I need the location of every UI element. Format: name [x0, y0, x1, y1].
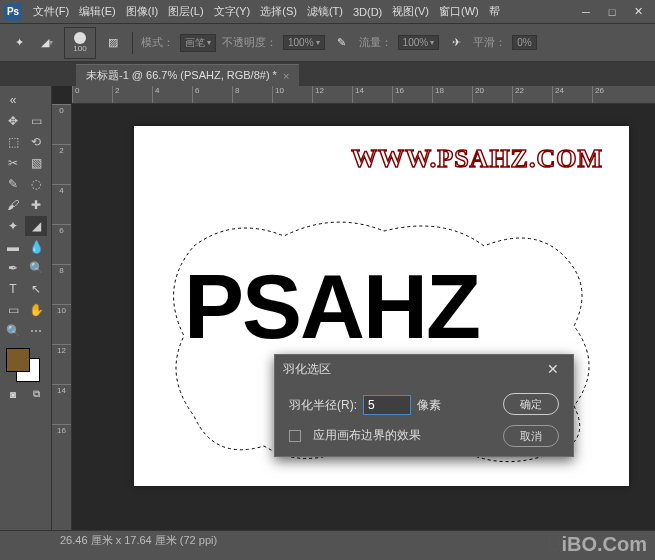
tab-title: 未标题-1 @ 66.7% (PSAHZ, RGB/8#) * [86, 68, 277, 83]
extra-tool[interactable]: ⋯ [25, 321, 47, 341]
dodge-tool[interactable]: 🔍 [25, 258, 47, 278]
menu-view[interactable]: 视图(V) [387, 4, 434, 19]
document-tabs: 未标题-1 @ 66.7% (PSAHZ, RGB/8#) * × [0, 62, 655, 86]
opacity-field[interactable]: 100%▾ [283, 35, 325, 50]
radius-unit: 像素 [417, 397, 441, 414]
feather-dialog: 羽化选区 ✕ 羽化半径(R): 像素 应用画布边界的效果 确定 取消 [274, 354, 574, 457]
ok-button[interactable]: 确定 [503, 393, 559, 415]
cancel-button[interactable]: 取消 [503, 425, 559, 447]
eraser-icon[interactable]: ◢▾ [36, 32, 58, 54]
current-tool-icon[interactable]: ✦ [8, 32, 30, 54]
close-button[interactable]: ✕ [625, 2, 651, 22]
tab-close-icon[interactable]: × [283, 70, 289, 82]
menu-filter[interactable]: 滤镜(T) [302, 4, 348, 19]
frame-tool[interactable]: ▧ [25, 153, 47, 173]
dialog-close-button[interactable]: ✕ [541, 357, 565, 381]
menu-edit[interactable]: 编辑(E) [74, 4, 121, 19]
brush-size-value: 100 [73, 44, 86, 53]
airbrush-icon[interactable]: ✈ [445, 32, 467, 54]
mode-select[interactable]: 画笔▾ [180, 34, 216, 52]
canvas-text: PSAHZ [184, 256, 479, 359]
menu-image[interactable]: 图像(I) [121, 4, 163, 19]
opacity-label: 不透明度： [222, 35, 277, 50]
brush-dot-icon [74, 32, 86, 44]
dialog-titlebar[interactable]: 羽化选区 ✕ [275, 355, 573, 383]
screenmode-icon[interactable]: ⧉ [25, 385, 47, 403]
path-tool[interactable]: ↖ [25, 279, 47, 299]
brand-watermark: UiBO.Com [547, 533, 647, 556]
eraser-tool[interactable]: ◢ [25, 216, 47, 236]
radius-input[interactable] [363, 395, 411, 415]
brush-preset[interactable]: 100 [64, 27, 96, 59]
menubar: Ps 文件(F) 编辑(E) 图像(I) 图层(L) 文字(Y) 选择(S) 滤… [0, 0, 655, 24]
dialog-title-text: 羽化选区 [283, 361, 331, 378]
app-logo: Ps [4, 3, 22, 21]
hand-tool[interactable]: ✋ [25, 300, 47, 320]
minimize-button[interactable]: ─ [573, 2, 599, 22]
menu-type[interactable]: 文字(Y) [209, 4, 256, 19]
document-tab[interactable]: 未标题-1 @ 66.7% (PSAHZ, RGB/8#) * × [76, 64, 299, 86]
canvas-area: 02468101214161820222426 0246810121416 WW… [52, 86, 655, 530]
color-swatch[interactable] [2, 348, 46, 384]
menu-3d[interactable]: 3D(D) [348, 6, 387, 18]
menu-window[interactable]: 窗口(W) [434, 4, 484, 19]
smooth-label: 平滑： [473, 35, 506, 50]
ruler-vertical[interactable]: 0246810121416 [52, 104, 72, 530]
flow-label: 流量： [359, 35, 392, 50]
lasso-tool[interactable]: ⟲ [25, 132, 47, 152]
zoom-tool[interactable]: 🔍 [2, 321, 24, 341]
gradient-tool[interactable]: ▬ [2, 237, 24, 257]
artboard-tool[interactable]: ▭ [25, 111, 47, 131]
checkbox-label: 应用画布边界的效果 [313, 427, 421, 444]
menu-layer[interactable]: 图层(L) [163, 4, 208, 19]
type-tool[interactable]: T [2, 279, 24, 299]
collapse-icon[interactable]: « [2, 90, 24, 110]
crop-tool[interactable]: ✂ [2, 153, 24, 173]
pen-tool[interactable]: ✒ [2, 258, 24, 278]
quickmask-icon[interactable]: ◙ [2, 385, 24, 403]
eyedropper-tool[interactable]: ✎ [2, 174, 24, 194]
selection-tool[interactable]: ◌ [25, 174, 47, 194]
status-text: 26.46 厘米 x 17.64 厘米 (72 ppi) [60, 533, 217, 548]
flow-field[interactable]: 100%▾ [398, 35, 440, 50]
toolbox: « ✥ ▭ ⬚ ⟲ ✂ ▧ ✎ ◌ 🖌 ✚ ✦ ◢ ▬ 💧 ✒ 🔍 T ↖ ▭ … [0, 86, 52, 530]
pressure-opacity-icon[interactable]: ✎ [331, 32, 353, 54]
ruler-horizontal[interactable]: 02468101214161820222426 [72, 86, 655, 104]
healing-tool[interactable]: ✚ [25, 195, 47, 215]
menu-help[interactable]: 帮 [484, 4, 505, 19]
shape-tool[interactable]: ▭ [2, 300, 24, 320]
move-tool[interactable]: ✥ [2, 111, 24, 131]
maximize-button[interactable]: □ [599, 2, 625, 22]
radius-label: 羽化半径(R): [289, 397, 357, 414]
fg-color[interactable] [6, 348, 30, 372]
smooth-field[interactable]: 0% [512, 35, 536, 50]
brush-panel-icon[interactable]: ▨ [102, 32, 124, 54]
brush-tool[interactable]: 🖌 [2, 195, 24, 215]
apply-canvas-checkbox[interactable] [289, 430, 301, 442]
blur-tool[interactable]: 💧 [25, 237, 47, 257]
watermark-text: WWW.PSAHZ.COM [351, 144, 603, 174]
options-bar: ✦ ◢▾ 100 ▨ 模式： 画笔▾ 不透明度： 100%▾ ✎ 流量： 100… [0, 24, 655, 62]
menu-select[interactable]: 选择(S) [255, 4, 302, 19]
clone-tool[interactable]: ✦ [2, 216, 24, 236]
menu-file[interactable]: 文件(F) [28, 4, 74, 19]
marquee-tool[interactable]: ⬚ [2, 132, 24, 152]
mode-label: 模式： [141, 35, 174, 50]
